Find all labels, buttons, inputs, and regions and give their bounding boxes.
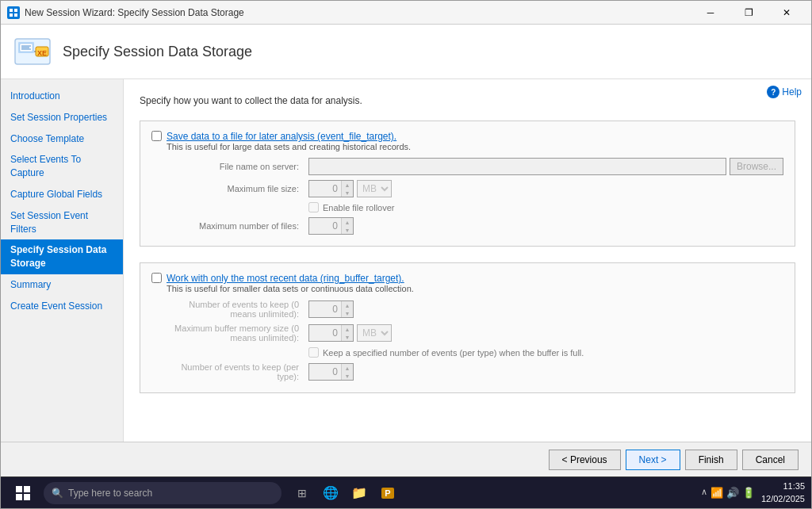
max-files-input[interactable]: 0 — [309, 218, 341, 234]
wizard-header-title: Specify Session Data Storage — [63, 44, 252, 60]
clock-time: 11:35 — [761, 480, 805, 492]
svg-rect-0 — [10, 9, 13, 12]
finish-button[interactable]: Finish — [685, 450, 737, 470]
max-buffer-spin-btns: ▲ ▼ — [341, 325, 353, 341]
max-files-up[interactable]: ▲ — [342, 218, 353, 226]
file-unit-select[interactable]: MB GB — [357, 180, 392, 197]
events-per-type-input[interactable]: 0 — [309, 364, 341, 380]
max-buffer-label: Maximum buffer memory size (0 means unli… — [167, 323, 302, 343]
file-checkbox-label[interactable]: Save data to a file for later analysis (… — [167, 131, 411, 151]
max-files-down[interactable]: ▼ — [342, 226, 353, 234]
sidebar-item-choose-template[interactable]: Choose Template — [1, 128, 123, 150]
sidebar-item-summary[interactable]: Summary — [1, 274, 123, 296]
tray-battery-icon: 🔋 — [742, 487, 755, 499]
minimize-button[interactable]: ─ — [692, 1, 729, 25]
help-button[interactable]: ? Help — [767, 86, 802, 98]
ring-checkbox-label[interactable]: Work with only the most recent data (rin… — [167, 273, 414, 293]
tray-chevron-icon[interactable]: ∧ — [701, 487, 707, 499]
windows-icon — [16, 486, 30, 500]
file-rollover-label[interactable]: Enable file rollover — [323, 203, 395, 212]
app-icon-button[interactable]: P — [375, 480, 400, 506]
max-buffer-up[interactable]: ▲ — [342, 325, 353, 333]
file-section-title-row: Save data to a file for later analysis (… — [151, 131, 783, 151]
close-button[interactable]: ✕ — [768, 1, 805, 25]
max-buffer-down[interactable]: ▼ — [342, 333, 353, 341]
help-label: Help — [782, 86, 802, 98]
ring-checkbox[interactable] — [151, 273, 162, 283]
events-per-type-control: 0 ▲ ▼ — [308, 363, 783, 381]
max-file-size-spin-btns: ▲ ▼ — [341, 181, 353, 197]
file-explorer-button[interactable]: 📁 — [347, 480, 372, 506]
previous-button[interactable]: < Previous — [549, 450, 621, 470]
sidebar-item-select-events[interactable]: Select Events To Capture — [1, 149, 123, 184]
file-sub-label: This is useful for large data sets and c… — [167, 142, 411, 151]
keep-specified-row: Keep a specified number of events (per t… — [308, 347, 783, 358]
cancel-button[interactable]: Cancel — [742, 450, 799, 470]
ring-section-title-row: Work with only the most recent data (rin… — [151, 273, 783, 293]
browse-button[interactable]: Browse... — [730, 158, 783, 175]
events-keep-down[interactable]: ▼ — [342, 309, 353, 317]
file-rollover-row: Enable file rollover — [308, 202, 783, 212]
restore-button[interactable]: ❐ — [730, 1, 767, 25]
start-button[interactable] — [7, 479, 39, 507]
max-file-size-spinner: 0 ▲ ▼ — [308, 180, 354, 197]
svg-rect-1 — [14, 9, 17, 12]
events-keep-input[interactable]: 0 — [309, 301, 341, 317]
sidebar-item-introduction[interactable]: Introduction — [1, 86, 123, 107]
file-explorer-icon: 📁 — [351, 485, 367, 500]
sidebar-item-set-session-properties[interactable]: Set Session Properties — [1, 107, 123, 128]
sidebar-item-capture-global[interactable]: Capture Global Fields — [1, 184, 123, 205]
sidebar: Introduction Set Session Properties Choo… — [1, 79, 124, 442]
max-buffer-spinner: 0 ▲ ▼ — [308, 324, 354, 342]
clock[interactable]: 11:35 12/02/2025 — [761, 480, 805, 505]
taskbar-search-icon: 🔍 — [52, 488, 63, 499]
main-description: Specify how you want to collect the data… — [140, 95, 795, 106]
ring-section: Work with only the most recent data (rin… — [140, 262, 795, 393]
max-file-size-down[interactable]: ▼ — [342, 189, 353, 197]
max-file-size-input[interactable]: 0 — [309, 181, 341, 197]
edge-icon: 🌐 — [323, 485, 339, 500]
title-bar-icon — [7, 6, 20, 19]
events-keep-control: 0 ▲ ▼ — [308, 300, 783, 318]
max-files-spin-btns: ▲ ▼ — [341, 218, 353, 234]
sidebar-item-create-event-session[interactable]: Create Event Session — [1, 296, 123, 317]
file-name-input[interactable] — [308, 158, 726, 175]
title-bar-controls: ─ ❐ ✕ — [692, 1, 805, 25]
events-per-type-down[interactable]: ▼ — [342, 372, 353, 380]
ring-sub-label: This is useful for smaller data sets or … — [167, 284, 414, 293]
max-file-size-up[interactable]: ▲ — [342, 181, 353, 189]
wizard-body: Introduction Set Session Properties Choo… — [1, 79, 811, 442]
main-content: ? Help Specify how you want to collect t… — [124, 79, 811, 442]
sidebar-item-specify-session-data-storage[interactable]: Specify Session Data Storage — [1, 239, 123, 274]
max-files-control: 0 ▲ ▼ — [308, 217, 783, 235]
file-checkbox[interactable] — [151, 131, 162, 141]
events-keep-label: Number of events to keep (0 means unlimi… — [167, 300, 302, 319]
tray-wifi-icon: 📶 — [710, 487, 723, 499]
keep-specified-checkbox[interactable] — [308, 347, 319, 358]
keep-specified-label[interactable]: Keep a specified number of events (per t… — [323, 348, 584, 358]
tray-icons: ∧ 📶 🔊 🔋 — [701, 487, 755, 499]
sidebar-item-set-session-event-filters[interactable]: Set Session Event Filters — [1, 205, 123, 240]
title-bar: New Session Wizard: Specify Session Data… — [1, 1, 811, 25]
next-button[interactable]: Next > — [626, 450, 680, 470]
max-buffer-input[interactable]: 0 — [309, 325, 341, 341]
buffer-unit-select[interactable]: MB GB — [357, 324, 392, 342]
system-tray: ∧ 📶 🔊 🔋 11:35 12/02/2025 — [701, 480, 805, 505]
taskbar-search-text: Type here to search — [68, 488, 152, 499]
edge-button[interactable]: 🌐 — [318, 480, 343, 506]
events-per-type-up[interactable]: ▲ — [342, 364, 353, 372]
taskbar-task-icons: ⊞ 🌐 📁 P — [289, 480, 400, 506]
events-per-type-spinner: 0 ▲ ▼ — [308, 363, 354, 381]
max-buffer-control: 0 ▲ ▼ MB GB — [308, 324, 783, 342]
taskbar: 🔍 Type here to search ⊞ 🌐 📁 P ∧ 📶 🔊 🔋 — [1, 476, 811, 508]
title-bar-text: New Session Wizard: Specify Session Data… — [25, 7, 692, 18]
task-view-button[interactable]: ⊞ — [289, 480, 315, 506]
file-fields-grid: File name on server: Browse... Maximum f… — [151, 158, 783, 235]
events-keep-up[interactable]: ▲ — [342, 301, 353, 309]
file-section: Save data to a file for later analysis (… — [140, 121, 795, 247]
file-rollover-checkbox[interactable] — [308, 202, 319, 212]
svg-rect-2 — [10, 13, 13, 17]
taskbar-search-bar[interactable]: 🔍 Type here to search — [44, 482, 282, 504]
max-files-spinner: 0 ▲ ▼ — [308, 217, 354, 235]
wizard-header: XE Specify Session Data Storage — [1, 25, 811, 79]
